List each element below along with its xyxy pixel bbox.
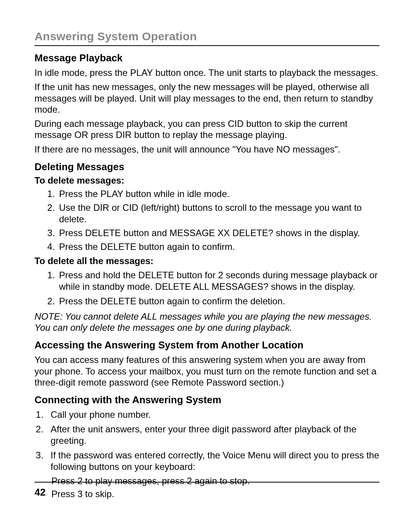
- ordered-list-delete: Press the PLAY button while in idle mode…: [34, 188, 380, 253]
- section-title-remote-access: Accessing the Answering System from Anot…: [34, 339, 380, 351]
- list-item: Press and hold the DELETE button for 2 s…: [58, 269, 380, 292]
- section-title-connecting: Connecting with the Answering System: [34, 394, 380, 406]
- page-number: 42: [34, 486, 380, 498]
- list-item: Press DELETE button and MESSAGE XX DELET…: [58, 227, 380, 239]
- body-paragraph: During each message playback, you can pr…: [34, 118, 380, 141]
- body-paragraph: In idle mode, press the PLAY button once…: [34, 67, 380, 78]
- ordered-list-connecting: Call your phone number. After the unit a…: [34, 409, 380, 473]
- footer-divider: [34, 482, 380, 483]
- list-item: Press the DELETE button again to confirm…: [58, 296, 380, 307]
- ordered-list-delete-all: Press and hold the DELETE button for 2 s…: [34, 269, 380, 307]
- chapter-divider: [34, 45, 380, 46]
- list-item: Press the DELETE button again to confirm…: [58, 241, 380, 253]
- list-item: Press the PLAY button while in idle mode…: [58, 188, 380, 200]
- subheading-delete-all: To delete all the messages:: [34, 256, 380, 266]
- subheading-delete-messages: To delete messages:: [34, 175, 380, 186]
- list-item: After the unit answers, enter your three…: [46, 424, 380, 447]
- body-paragraph: If there are no messages, the unit will …: [34, 144, 380, 155]
- manual-page: Answering System Operation Message Playb…: [0, 0, 414, 499]
- note-paragraph: NOTE: You cannot delete ALL messages whi…: [34, 311, 380, 333]
- section-title-message-playback: Message Playback: [34, 52, 380, 64]
- list-item: Call your phone number.: [46, 409, 380, 420]
- list-item: Use the DIR or CID (left/right) buttons …: [58, 202, 380, 225]
- page-footer: 42: [34, 482, 380, 498]
- list-item: If the password was entered correctly, t…: [46, 450, 380, 473]
- body-paragraph: You can access many features of this ans…: [34, 354, 380, 388]
- chapter-title: Answering System Operation: [34, 30, 380, 43]
- body-paragraph: If the unit has new messages, only the n…: [34, 81, 380, 115]
- section-title-deleting-messages: Deleting Messages: [34, 161, 380, 173]
